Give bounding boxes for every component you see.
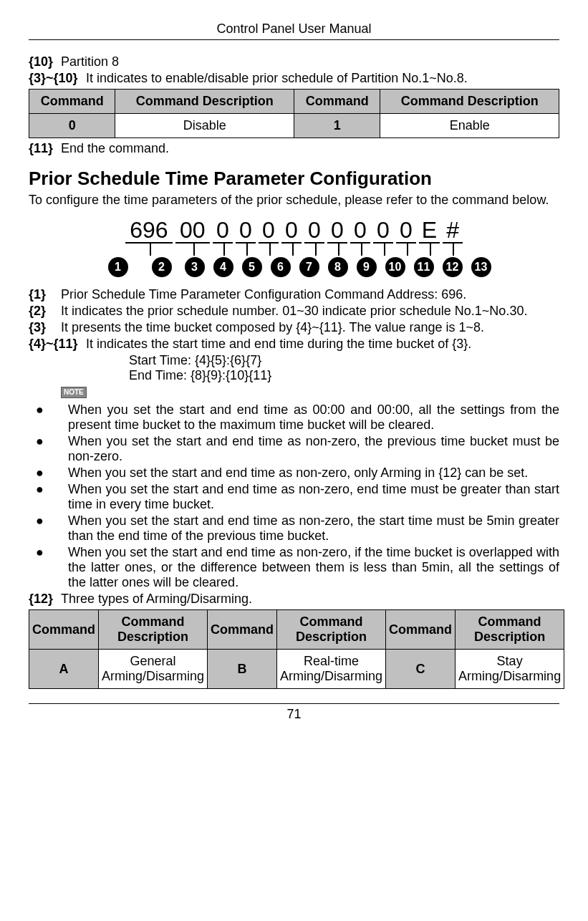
def-text: It presents the time bucket composed by … [61, 320, 559, 335]
seg: 0 [304, 218, 324, 243]
table-row: A General Arming/Disarming B Real-time A… [29, 650, 564, 689]
page-number: 71 [286, 707, 301, 721]
desc-cell: Enable [380, 114, 559, 138]
table-row: 0 Disable 1 Enable [29, 114, 559, 138]
page-footer: 71 [29, 703, 559, 722]
note-text: When you set the start and end time as n… [68, 513, 559, 544]
seg: 0 [327, 218, 347, 243]
command-table-2: Command Command Description Command Comm… [29, 609, 564, 689]
command-cell: 1 [294, 114, 380, 138]
def-item-12: {12} Three types of Arming/Disarming. [29, 592, 559, 607]
command-cell: 0 [29, 114, 115, 138]
num-circle: 9 [357, 257, 377, 277]
num-circle: 10 [385, 257, 405, 277]
seg: 0 [396, 218, 416, 243]
note-text: When you set the start and end time as n… [68, 545, 559, 590]
num-circle: 6 [271, 257, 291, 277]
bullet-dot-icon: ● [29, 434, 68, 449]
def-text: It indicates to enable/disable prior sch… [86, 71, 559, 86]
def-text: Prior Schedule Time Parameter Configurat… [61, 287, 559, 302]
bullet-dot-icon: ● [29, 482, 68, 497]
section-title: Prior Schedule Time Parameter Configurat… [29, 168, 559, 190]
desc-cell: Disable [115, 114, 294, 138]
table-header: Command [29, 610, 99, 650]
note-bullet: ● When you set the start and end time as… [29, 545, 559, 590]
def-key: {1} [29, 287, 61, 302]
def-text: It indicates the prior schedule number. … [61, 304, 559, 319]
command-cell: A [29, 650, 99, 689]
note-icon-wrapper: NOTE [61, 383, 559, 401]
def-key: {3} [29, 320, 61, 335]
table-header: Command Description [277, 610, 386, 650]
table-header: Command [386, 610, 456, 650]
num-circle: 12 [443, 257, 463, 277]
end-time-line: End Time: {8}{9}:{10}{11} [129, 368, 559, 383]
note-text: When you set the start and end time as n… [68, 434, 559, 464]
def-key: {3}~{10} [29, 71, 86, 86]
command-diagram: 696 00 0 0 0 0 0 0 0 0 0 E # 1 2 3 4 5 6… [29, 218, 559, 277]
note-text: When you set the start and end time as n… [68, 466, 559, 481]
seg: 0 [236, 218, 256, 243]
num-circle: 1 [108, 257, 128, 277]
diagram-segments: 696 00 0 0 0 0 0 0 0 0 0 E # [29, 218, 559, 243]
note-bullet: ● When you set the start and end time as… [29, 482, 559, 512]
table-header: Command [29, 90, 115, 114]
bullet-dot-icon: ● [29, 545, 68, 560]
seg: 0 [350, 218, 370, 243]
def-key: {11} [29, 141, 61, 156]
def-key: {2} [29, 304, 61, 319]
seg: 0 [259, 218, 279, 243]
command-table-1: Command Command Description Command Comm… [29, 89, 559, 138]
header-title: Control Panel User Manual [216, 21, 371, 36]
command-cell: C [386, 650, 456, 689]
def-item-3: {3} It presents the time bucket composed… [29, 320, 559, 335]
seg: 0 [213, 218, 233, 243]
seg: 0 [373, 218, 393, 243]
num-circle: 4 [213, 257, 233, 277]
seg: 696 [125, 218, 173, 243]
diagram-numbers: 1 2 3 4 5 6 7 8 9 10 11 12 13 [29, 257, 559, 277]
def-item-2: {2} It indicates the prior schedule numb… [29, 304, 559, 319]
command-cell: B [208, 650, 277, 689]
table-header: Command [208, 610, 277, 650]
table-header: Command [294, 90, 380, 114]
note-bullet: ● When you set the start and end time as… [29, 513, 559, 544]
def-text: Partition 8 [61, 54, 559, 69]
seg: # [443, 218, 463, 243]
def-key: {4}~{11} [29, 337, 86, 352]
bullet-dot-icon: ● [29, 513, 68, 529]
note-bullet: ● When you set the start and end time as… [29, 466, 559, 481]
def-key: {12} [29, 592, 61, 607]
num-circle: 2 [152, 257, 172, 277]
def-item-4-11: {4}~{11} It indicates the start time and… [29, 337, 559, 352]
seg: 00 [175, 218, 210, 243]
num-circle: 11 [414, 257, 434, 277]
def-item-3-10: {3}~{10} It indicates to enable/disable … [29, 71, 559, 86]
table-header: Command Description [456, 610, 564, 650]
diagram-stems [29, 243, 559, 256]
def-text: End the command. [61, 141, 559, 156]
num-circle: 13 [471, 257, 491, 277]
desc-cell: General Arming/Disarming [99, 650, 208, 689]
num-circle: 8 [328, 257, 348, 277]
num-circle: 7 [299, 257, 319, 277]
note-icon: NOTE [61, 387, 87, 398]
desc-cell: Stay Arming/Disarming [456, 650, 564, 689]
bullet-dot-icon: ● [29, 466, 68, 481]
note-bullet: ● When you set the start and end time as… [29, 402, 559, 433]
def-text: Three types of Arming/Disarming. [61, 592, 559, 607]
note-text: When you set the start and end time as n… [68, 482, 559, 512]
num-circle: 5 [242, 257, 262, 277]
page-header: Control Panel User Manual [29, 21, 559, 40]
seg: E [419, 218, 440, 243]
section-intro: To configure the time parameters of the … [29, 193, 559, 208]
note-text: When you set the start and end time as 0… [68, 402, 559, 433]
note-bullet: ● When you set the start and end time as… [29, 434, 559, 464]
def-item-1: {1} Prior Schedule Time Parameter Config… [29, 287, 559, 302]
def-key: {10} [29, 54, 61, 69]
bullet-dot-icon: ● [29, 402, 68, 418]
table-header: Command Description [380, 90, 559, 114]
table-header: Command Description [99, 610, 208, 650]
desc-cell: Real-time Arming/Disarming [277, 650, 386, 689]
seg: 0 [281, 218, 302, 243]
